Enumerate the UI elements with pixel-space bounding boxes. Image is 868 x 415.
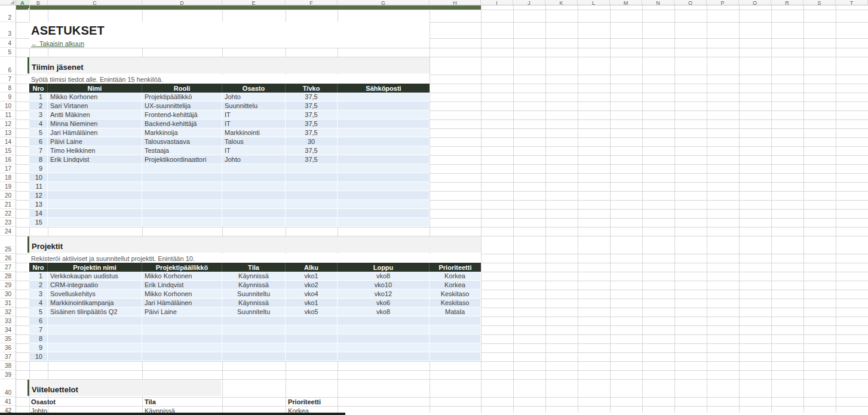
projects-cell[interactable]: Jari Hämäläinen bbox=[142, 299, 222, 308]
ref-label-tila[interactable]: Tila bbox=[145, 397, 156, 406]
row-header-15[interactable]: 15 bbox=[0, 146, 16, 155]
projects-cell[interactable] bbox=[286, 316, 338, 325]
row-header-21[interactable]: 21 bbox=[0, 200, 16, 209]
projects-cell[interactable]: Sovelluskehitys bbox=[48, 290, 142, 299]
projects-cell[interactable]: Erik Lindqvist bbox=[142, 281, 222, 290]
projects-cell[interactable] bbox=[48, 334, 142, 343]
projects-cell[interactable]: 1 bbox=[29, 272, 48, 281]
team-cell[interactable]: Jari Hämäläinen bbox=[48, 128, 142, 137]
projects-cell[interactable]: 8 bbox=[29, 334, 48, 343]
projects-cell[interactable] bbox=[142, 325, 222, 334]
projects-cell[interactable]: Suunniteltu bbox=[222, 290, 286, 299]
team-cell[interactable]: 11 bbox=[29, 182, 48, 191]
projects-cell[interactable] bbox=[222, 325, 286, 334]
projects-cell[interactable]: vko1 bbox=[286, 299, 338, 308]
page-title[interactable]: ASETUKSET bbox=[31, 22, 330, 38]
column-header-K[interactable]: K bbox=[545, 0, 578, 5]
projects-header-cell[interactable]: Loppu bbox=[338, 263, 430, 272]
team-cell[interactable]: 12 bbox=[29, 191, 48, 200]
projects-cell[interactable] bbox=[48, 343, 142, 352]
projects-cell[interactable]: 2 bbox=[29, 281, 48, 290]
team-cell[interactable] bbox=[286, 173, 338, 182]
team-cell[interactable]: Testaaja bbox=[142, 146, 222, 155]
team-cell[interactable] bbox=[48, 218, 142, 227]
projects-cell[interactable]: Verkkokaupan uudistus bbox=[48, 272, 142, 281]
projects-cell[interactable] bbox=[338, 352, 430, 361]
row-header-39[interactable]: 39 bbox=[0, 370, 16, 379]
projects-cell[interactable] bbox=[222, 334, 286, 343]
row-header-18[interactable]: 18 bbox=[0, 173, 16, 182]
projects-cell[interactable] bbox=[142, 343, 222, 352]
projects-cell[interactable] bbox=[338, 325, 430, 334]
team-cell[interactable] bbox=[338, 93, 430, 102]
projects-cell[interactable] bbox=[286, 325, 338, 334]
team-cell[interactable]: 9 bbox=[29, 164, 48, 173]
projects-header-cell[interactable]: Projektipäällikkö bbox=[142, 263, 222, 272]
team-cell[interactable]: 37,5 bbox=[286, 102, 338, 110]
team-cell[interactable]: Päivi Laine bbox=[48, 137, 142, 146]
team-cell[interactable] bbox=[286, 182, 338, 191]
team-cell[interactable]: Johto bbox=[222, 155, 286, 164]
projects-cell[interactable]: Käynnissä bbox=[222, 299, 286, 308]
team-cell[interactable] bbox=[338, 218, 430, 227]
team-cell[interactable]: Frontend-kehittäjä bbox=[142, 110, 222, 119]
projects-cell[interactable]: Matala bbox=[430, 308, 481, 316]
row-header-7[interactable]: 7 bbox=[0, 75, 16, 84]
row-header-14[interactable]: 14 bbox=[0, 137, 16, 146]
team-cell[interactable] bbox=[48, 209, 142, 218]
projects-cell[interactable] bbox=[430, 325, 481, 334]
projects-cell[interactable]: Keskitaso bbox=[430, 299, 481, 308]
team-cell[interactable]: IT bbox=[222, 119, 286, 128]
team-cell[interactable] bbox=[222, 173, 286, 182]
team-cell[interactable] bbox=[48, 164, 142, 173]
projects-cell[interactable] bbox=[48, 325, 142, 334]
row-header-8[interactable]: 8 bbox=[0, 84, 16, 93]
team-cell[interactable] bbox=[142, 200, 222, 209]
projects-cell[interactable]: vko5 bbox=[286, 308, 338, 316]
projects-cell[interactable]: 5 bbox=[29, 308, 48, 316]
ref-label-osastot[interactable]: Osastot bbox=[31, 397, 56, 406]
projects-cell[interactable] bbox=[48, 352, 142, 361]
projects-cell[interactable]: vko8 bbox=[338, 308, 430, 316]
ref-label-prioriteetti[interactable]: Prioriteetti bbox=[288, 397, 321, 406]
team-cell[interactable] bbox=[222, 182, 286, 191]
select-all-corner[interactable] bbox=[0, 0, 16, 5]
team-cell[interactable] bbox=[142, 173, 222, 182]
row-header-9[interactable]: 9 bbox=[0, 93, 16, 102]
projects-cell[interactable]: Päivi Laine bbox=[142, 308, 222, 316]
column-header-C[interactable]: C bbox=[48, 0, 142, 5]
team-cell[interactable] bbox=[338, 128, 430, 137]
team-cell[interactable]: 13 bbox=[29, 200, 48, 209]
team-header-cell[interactable]: Nro bbox=[29, 84, 48, 93]
team-cell[interactable]: 10 bbox=[29, 173, 48, 182]
projects-cell[interactable]: vko12 bbox=[338, 290, 430, 299]
row-header-35[interactable]: 35 bbox=[0, 334, 16, 343]
team-cell[interactable]: 37,5 bbox=[286, 110, 338, 119]
projects-cell[interactable]: Markkinointikampanja bbox=[48, 299, 142, 308]
team-cell[interactable]: 37,5 bbox=[286, 93, 338, 102]
row-header-6[interactable]: 6 bbox=[0, 57, 16, 75]
team-cell[interactable]: 37,5 bbox=[286, 119, 338, 128]
row-header-34[interactable]: 34 bbox=[0, 325, 16, 334]
column-header-S[interactable]: S bbox=[803, 0, 836, 5]
team-cell[interactable]: Johto bbox=[222, 93, 286, 102]
team-cell[interactable]: 7 bbox=[29, 146, 48, 155]
row-header-19[interactable]: 19 bbox=[0, 182, 16, 191]
row-header-36[interactable]: 36 bbox=[0, 343, 16, 352]
team-cell[interactable]: 4 bbox=[29, 119, 48, 128]
row-header-28[interactable]: 28 bbox=[0, 272, 16, 281]
row-header-29[interactable]: 29 bbox=[0, 281, 16, 290]
team-cell[interactable] bbox=[286, 218, 338, 227]
team-cell[interactable]: Antti Mäkinen bbox=[48, 110, 142, 119]
row-header-30[interactable]: 30 bbox=[0, 290, 16, 299]
projects-cell[interactable]: Korkea bbox=[430, 272, 481, 281]
column-header-J[interactable]: J bbox=[513, 0, 545, 5]
team-cell[interactable]: 14 bbox=[29, 209, 48, 218]
team-cell[interactable]: Markkinoija bbox=[142, 128, 222, 137]
projects-cell[interactable]: Mikko Korhonen bbox=[142, 290, 222, 299]
team-cell[interactable]: 5 bbox=[29, 128, 48, 137]
row-header-17[interactable]: 17 bbox=[0, 164, 16, 173]
team-description[interactable]: Syötä tiimisi tiedot alle. Enintään 15 h… bbox=[31, 75, 163, 84]
projects-cell[interactable] bbox=[338, 316, 430, 325]
team-cell[interactable]: 37,5 bbox=[286, 146, 338, 155]
